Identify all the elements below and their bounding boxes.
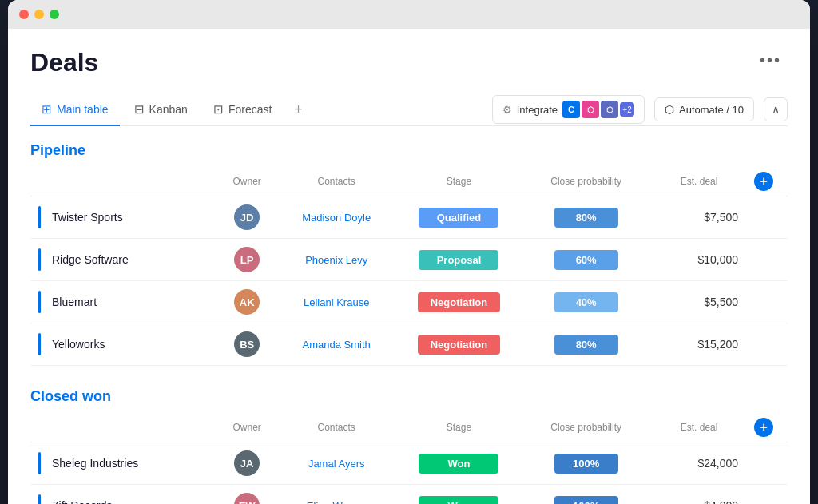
stage-cell: Negotiation <box>398 281 520 323</box>
probability-cell: 100% <box>520 485 652 505</box>
probability-cell: 40% <box>520 281 652 323</box>
deal-name-cell: Yelloworks <box>30 323 219 366</box>
est-deal-cell: $10,000 <box>652 239 746 281</box>
action-cell <box>746 281 788 323</box>
pipeline-bar <box>38 206 41 228</box>
tab-forecast[interactable]: ⊡ Forecast <box>202 94 283 126</box>
contact-cell: Elian Warren <box>276 485 398 505</box>
more-options-button[interactable]: ••• <box>753 48 788 73</box>
tab-kanban-label: Kanban <box>149 103 188 116</box>
owner-cell: LP <box>219 239 276 281</box>
table-row: Sheleg Industries JA Jamal Ayers Won 100… <box>30 442 788 485</box>
deal-name-text: Zift Records <box>52 499 112 504</box>
tabs-bar: ⊞ Main table ⊟ Kanban ⊡ Forecast + ⚙ Int… <box>30 93 788 126</box>
action-cell <box>746 239 788 281</box>
closed-won-section: Closed won Owner Contacts Stage Close pr… <box>30 388 788 504</box>
avatar: EW <box>234 493 260 504</box>
est-deal-cell: $24,000 <box>652 442 746 485</box>
deal-name-text: Sheleg Industries <box>52 457 138 470</box>
titlebar <box>8 0 810 29</box>
main-content: Deals ••• ⊞ Main table ⊟ Kanban ⊡ Foreca… <box>8 29 810 504</box>
owner-cell: JD <box>219 196 276 239</box>
contact-link[interactable]: Madison Doyle <box>302 212 371 224</box>
table-row: Twister Sports JD Madison Doyle Qualifie… <box>30 196 788 239</box>
collapse-button[interactable]: ∧ <box>764 97 788 121</box>
contact-link[interactable]: Amanda Smith <box>303 339 371 351</box>
chevron-up-icon: ∧ <box>772 103 780 116</box>
col-header-est-deal: Est. deal <box>652 167 746 196</box>
closed-won-table-body: Sheleg Industries JA Jamal Ayers Won 100… <box>30 442 788 505</box>
probability-cell: 80% <box>520 196 652 239</box>
contact-cell: Jamal Ayers <box>276 442 398 485</box>
col-cw-header-est-deal: Est. deal <box>652 413 746 442</box>
est-deal-value: $10,000 <box>660 253 738 266</box>
pipeline-add-button[interactable]: + <box>754 172 773 191</box>
probability-badge: 40% <box>554 292 618 312</box>
closed-won-section-title: Closed won <box>30 388 788 405</box>
deal-name: Zift Records <box>38 494 211 504</box>
add-tab-button[interactable]: + <box>286 93 311 126</box>
contact-link[interactable]: Jamal Ayers <box>308 458 365 470</box>
stage-cell: Won <box>398 485 520 505</box>
contact-link[interactable]: Phoenix Levy <box>305 254 367 266</box>
contact-link[interactable]: Elian Warren <box>307 500 367 504</box>
pipeline-table-header: Owner Contacts Stage Close probability E… <box>30 167 788 196</box>
col-header-add: + <box>746 167 788 196</box>
probability-badge: 100% <box>554 454 618 474</box>
deal-name: Twister Sports <box>38 206 211 228</box>
pipeline-bar <box>38 291 41 313</box>
tabs-right: ⚙ Integrate C ⬡ ⬡ +2 ⬡ Automate / 10 ∧ <box>492 95 788 124</box>
deal-name: Ridge Software <box>38 248 211 271</box>
tab-kanban[interactable]: ⊟ Kanban <box>123 94 199 126</box>
deal-name: Bluemart <box>38 291 211 313</box>
minimize-button[interactable] <box>34 10 44 19</box>
pipeline-bar <box>38 494 41 504</box>
deal-name-cell: Ridge Software <box>30 239 219 281</box>
tab-forecast-label: Forecast <box>228 103 272 116</box>
deal-name-cell: Bluemart <box>30 281 219 323</box>
integrate-icons: C ⬡ ⬡ +2 <box>562 101 634 118</box>
icon-c: C <box>562 101 580 118</box>
action-cell <box>746 323 788 366</box>
tab-main-table[interactable]: ⊞ Main table <box>30 94 120 126</box>
automate-icon: ⬡ <box>665 103 674 116</box>
pipeline-table: Owner Contacts Stage Close probability E… <box>30 167 788 366</box>
stage-cell: Proposal <box>398 239 520 281</box>
table-row: Bluemart AK Leilani Krause Negotiation 4… <box>30 281 788 323</box>
probability-cell: 100% <box>520 442 652 485</box>
icon-o: ⬡ <box>582 101 599 118</box>
closed-won-table: Owner Contacts Stage Close probability E… <box>30 413 788 504</box>
col-cw-header-add: + <box>746 413 788 442</box>
integrate-button[interactable]: ⚙ Integrate C ⬡ ⬡ +2 <box>492 95 645 124</box>
closed-won-add-button[interactable]: + <box>754 418 773 437</box>
col-cw-header-owner: Owner <box>219 413 276 442</box>
deal-name-cell: Zift Records <box>30 485 219 505</box>
deal-name-cell: Sheleg Industries <box>30 442 219 485</box>
col-header-stage: Stage <box>398 167 520 196</box>
col-cw-header-contacts: Contacts <box>276 413 398 442</box>
avatar: AK <box>234 289 260 315</box>
est-deal-cell: $7,500 <box>652 196 746 239</box>
col-cw-header-probability: Close probability <box>520 413 652 442</box>
stage-cell: Negotiation <box>398 323 520 366</box>
owner-cell: BS <box>219 323 276 366</box>
col-header-name <box>30 167 219 196</box>
probability-badge: 80% <box>554 208 618 228</box>
action-cell <box>746 196 788 239</box>
app-window: Deals ••• ⊞ Main table ⊟ Kanban ⊡ Foreca… <box>8 0 810 504</box>
probability-badge: 60% <box>554 250 618 270</box>
col-header-owner: Owner <box>219 167 276 196</box>
automate-button[interactable]: ⬡ Automate / 10 <box>654 97 754 121</box>
deal-name: Sheleg Industries <box>38 452 211 474</box>
close-button[interactable] <box>19 10 29 19</box>
table-row: Yelloworks BS Amanda Smith Negotiation 8… <box>30 323 788 366</box>
maximize-button[interactable] <box>50 10 59 19</box>
pipeline-bar <box>38 333 41 355</box>
deal-name: Yelloworks <box>38 333 211 355</box>
est-deal-value: $5,500 <box>660 296 738 308</box>
owner-cell: AK <box>219 281 276 323</box>
icon-hex: ⬡ <box>601 101 618 118</box>
contact-link[interactable]: Leilani Krause <box>304 296 369 308</box>
avatar: JD <box>234 204 260 230</box>
col-header-contacts: Contacts <box>276 167 398 196</box>
